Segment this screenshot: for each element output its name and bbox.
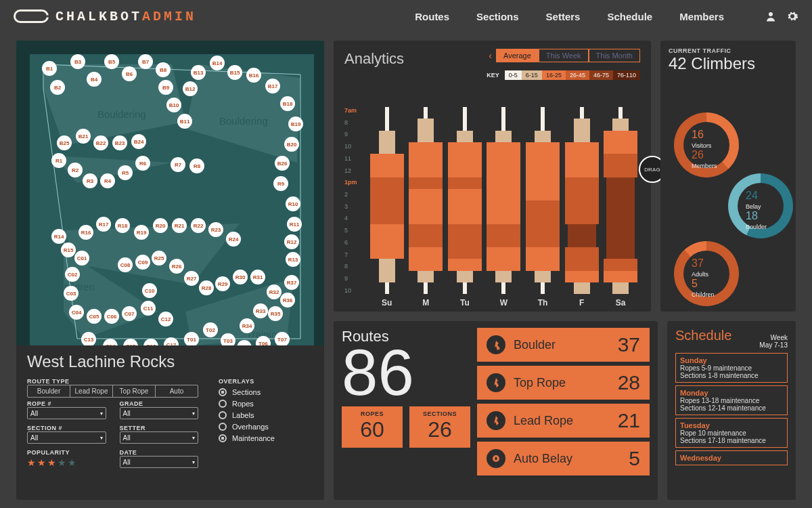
nav-members[interactable]: Members	[679, 11, 724, 22]
map-node[interactable]: B4	[87, 72, 102, 87]
route-card-lead-rope[interactable]: Lead Rope21	[477, 404, 650, 438]
nav-setters[interactable]: Setters	[546, 11, 581, 22]
map-node[interactable]: R13	[286, 252, 300, 267]
map-node[interactable]: B2	[50, 80, 65, 95]
map-node[interactable]: R37	[284, 275, 299, 290]
map-node[interactable]: R2	[68, 163, 83, 177]
schedule-day[interactable]: Wednesday	[675, 450, 788, 465]
map-node[interactable]: B17	[265, 79, 280, 93]
map-node[interactable]: B8	[156, 62, 171, 77]
map-node[interactable]: R18	[115, 218, 130, 233]
map-node[interactable]: R24	[226, 232, 241, 247]
map-node[interactable]: R8	[189, 158, 204, 173]
map-node[interactable]: R1	[51, 153, 66, 168]
map-node[interactable]: B7	[138, 54, 153, 69]
map-node[interactable]: B5	[104, 54, 119, 69]
map-node[interactable]: B21	[76, 129, 91, 144]
map-node[interactable]: R36	[280, 293, 295, 308]
map-node[interactable]: C03	[64, 286, 78, 301]
map-node[interactable]: R17	[96, 217, 111, 232]
map-node[interactable]: R4	[100, 173, 115, 188]
map-node[interactable]: C13	[81, 332, 96, 345]
map-node[interactable]: R30	[233, 270, 248, 284]
route-type-lead-rope[interactable]: Lead Rope	[70, 385, 113, 397]
map-node[interactable]: C05	[87, 309, 102, 324]
map-node[interactable]: R28	[199, 280, 214, 295]
map-node[interactable]: R25	[152, 251, 166, 266]
route-type-segmented[interactable]: BoulderLead RopeTop RopeAuto	[27, 385, 198, 398]
overlay-overhangs[interactable]: Overhangs	[219, 423, 313, 431]
route-card-boulder[interactable]: Boulder37	[477, 328, 650, 362]
map-node[interactable]: R12	[284, 234, 299, 249]
map-node[interactable]: B3	[70, 54, 85, 69]
schedule-day[interactable]: SundayRopes 5-9 maintenanceSections 1-8 …	[675, 353, 788, 383]
map-node[interactable]: B19	[288, 117, 303, 131]
map-node[interactable]: R16	[78, 225, 93, 240]
map-node[interactable]: R34	[240, 318, 254, 333]
route-card-auto-belay[interactable]: Auto Belay5	[477, 442, 650, 475]
map-node[interactable]: C07	[122, 306, 137, 321]
date-select[interactable]: All▾	[120, 456, 199, 468]
map-node[interactable]: R26	[169, 259, 184, 274]
map-node[interactable]: R10	[286, 196, 300, 211]
map-node[interactable]: C08	[118, 257, 133, 272]
map-node[interactable]: B6	[122, 66, 137, 81]
map-node[interactable]: R23	[208, 222, 223, 237]
tab-this-month[interactable]: This Month	[589, 49, 640, 62]
map-node[interactable]: R35	[268, 306, 283, 321]
tab-average[interactable]: Average	[496, 49, 539, 62]
map-node[interactable]: R33	[253, 303, 268, 318]
overlay-ropes[interactable]: Ropes	[219, 400, 313, 408]
star-icon[interactable]: ★	[58, 457, 66, 468]
map-node[interactable]: C11	[141, 301, 156, 316]
map-node[interactable]: R19	[134, 225, 149, 240]
map-node[interactable]: B16	[246, 68, 261, 83]
map-node[interactable]: C10	[142, 283, 157, 298]
map-node[interactable]: B22	[93, 135, 108, 150]
grade-select[interactable]: All▾	[120, 407, 199, 419]
map-node[interactable]: B12	[183, 81, 198, 96]
map-node[interactable]: R3	[83, 173, 97, 188]
map-node[interactable]: R21	[172, 218, 187, 233]
map-node[interactable]: B11	[177, 114, 192, 129]
map-node[interactable]: C12	[158, 312, 173, 326]
chevron-left-icon[interactable]: ‹	[489, 50, 492, 61]
map-node[interactable]: B25	[57, 135, 72, 150]
map-node[interactable]: R29	[215, 276, 230, 291]
rope-select[interactable]: All▾	[27, 407, 106, 419]
overlay-labels[interactable]: Labels	[219, 411, 313, 419]
popularity-stars[interactable]: ★★★★★	[27, 457, 106, 468]
star-icon[interactable]: ★	[27, 457, 36, 468]
map-node[interactable]: C04	[69, 305, 84, 320]
map-node[interactable]: B24	[131, 134, 146, 149]
map-node[interactable]: R15	[61, 242, 76, 257]
nav-schedule[interactable]: Schedule	[607, 11, 652, 22]
map-node[interactable]: C06	[104, 309, 119, 324]
map-node[interactable]: R27	[184, 271, 199, 286]
gear-icon[interactable]	[786, 10, 798, 22]
star-icon[interactable]: ★	[68, 457, 76, 468]
map-node[interactable]: R32	[267, 284, 281, 299]
map-node[interactable]: T01	[184, 332, 199, 345]
schedule-day[interactable]: TuesdayRope 10 maintenanceSections 17-18…	[675, 418, 788, 448]
map-node[interactable]: C09	[135, 255, 150, 270]
map-node[interactable]: T07	[275, 332, 290, 345]
map-node[interactable]: B26	[275, 156, 290, 171]
map-node[interactable]: B9	[158, 80, 173, 95]
tab-this-week[interactable]: This Week	[539, 49, 589, 62]
route-type-auto[interactable]: Auto	[156, 385, 198, 397]
user-icon[interactable]	[765, 10, 777, 22]
map-node[interactable]: B13	[191, 65, 206, 80]
map-node[interactable]: B20	[284, 137, 299, 152]
map-node[interactable]: C02	[65, 267, 80, 282]
nav-sections[interactable]: Sections	[476, 11, 519, 22]
map-node[interactable]: T03	[221, 333, 235, 345]
route-type-top-rope[interactable]: Top Rope	[113, 385, 156, 397]
gym-map[interactable]: BoulderingBoulderingBelayBelayBelayChild…	[16, 41, 324, 345]
map-node[interactable]: C01	[74, 251, 89, 266]
map-node[interactable]: R6	[135, 156, 150, 171]
map-node[interactable]: R14	[51, 229, 66, 244]
schedule-day[interactable]: MondayRopes 13-18 maintenanceSections 12…	[675, 385, 788, 415]
map-node[interactable]: B23	[112, 135, 127, 150]
overlay-maintenance[interactable]: Maintenance	[219, 434, 313, 442]
